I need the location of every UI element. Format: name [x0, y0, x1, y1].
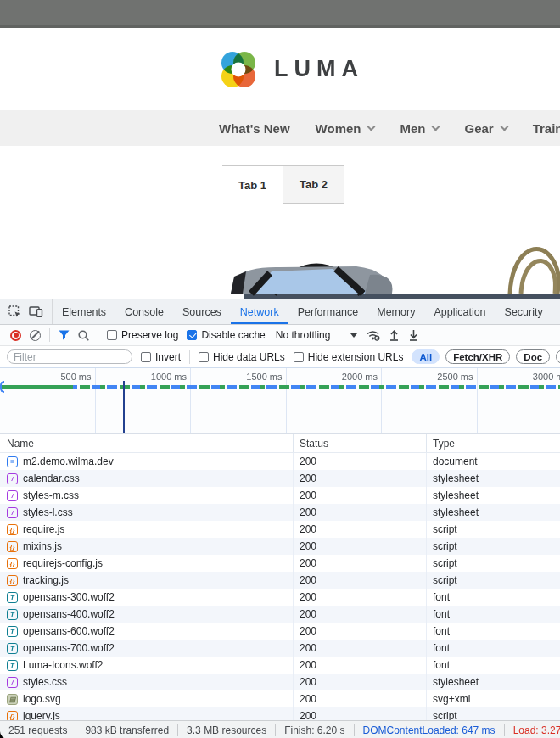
device-toolbar-button[interactable] [29, 306, 43, 317]
network-request-row[interactable]: / calendar.css 200 stylesheet [0, 470, 560, 487]
network-request-row[interactable]: T opensans-600.woff2 200 font [0, 623, 560, 640]
network-request-row[interactable]: {} requirejs-config.js 200 script [0, 555, 560, 572]
network-request-row[interactable]: / styles-m.css 200 stylesheet [0, 487, 560, 504]
hide-data-urls-checkbox[interactable] [199, 352, 209, 362]
column-header-type[interactable]: Type [426, 434, 560, 452]
script-icon: {} [7, 711, 18, 721]
nav-item-label: Men [400, 121, 425, 136]
column-header-status[interactable]: Status [293, 434, 426, 452]
font-icon: T [7, 609, 18, 620]
request-status: 200 [293, 487, 426, 504]
preserve-log-checkbox[interactable] [107, 330, 117, 340]
network-status-bar: 251 requests983 kB transferred3.3 MB res… [0, 720, 560, 738]
request-name: styles.css [23, 676, 67, 688]
record-button[interactable] [10, 330, 21, 341]
devtools-tab-elements[interactable]: Elements [53, 299, 115, 324]
export-har-button[interactable] [408, 329, 419, 341]
devtools-tab-security[interactable]: Security [496, 299, 552, 324]
devtools-tab-memory[interactable]: Memory [367, 299, 424, 324]
nav-item-women[interactable]: Women [316, 121, 375, 136]
request-status: 200 [293, 453, 426, 470]
filter-input[interactable] [7, 349, 132, 364]
luma-logo-icon [217, 48, 260, 91]
disable-cache-control[interactable]: Disable cache [187, 329, 265, 341]
invert-checkbox[interactable] [141, 352, 151, 362]
request-status: 200 [293, 538, 426, 555]
request-activity-strip-start [0, 385, 73, 389]
image-icon: ▤ [7, 694, 18, 705]
network-conditions-button[interactable] [366, 329, 380, 341]
network-request-row[interactable]: / styles.css 200 stylesheet [0, 674, 560, 690]
devtools-tab-console[interactable]: Console [115, 299, 173, 324]
devtools-tab-sources[interactable]: Sources [173, 299, 231, 324]
devtools-tab-application[interactable]: Application [424, 299, 495, 324]
network-request-row[interactable]: T Luma-Icons.woff2 200 font [0, 657, 560, 674]
network-toolbar: Preserve log Disable cache No throttling [0, 325, 560, 346]
timeline-ticks: 500 ms1000 ms1500 ms2000 ms2500 ms3000 m… [0, 368, 560, 433]
device-toolbar-icon [29, 306, 43, 317]
disable-cache-checkbox[interactable] [187, 330, 197, 340]
request-type: font [426, 623, 560, 640]
hide-extension-urls-checkbox[interactable] [294, 352, 304, 362]
request-name: logo.svg [23, 693, 61, 705]
import-har-button[interactable] [389, 329, 400, 341]
tote-bag-image[interactable] [510, 249, 558, 294]
type-filter-pill[interactable]: Fetch/XHR [445, 349, 510, 364]
nav-item-gear[interactable]: Gear [464, 121, 507, 136]
request-name: opensans-700.woff2 [23, 642, 115, 654]
network-request-row[interactable]: ▤ logo.svg 200 svg+xml [0, 690, 560, 707]
preserve-log-control[interactable]: Preserve log [107, 329, 178, 341]
network-request-row[interactable]: {} mixins.js 200 script [0, 538, 560, 555]
invert-control[interactable]: Invert [141, 351, 181, 363]
nav-item-training[interactable]: Training [533, 121, 560, 136]
duffel-bag-image[interactable] [231, 266, 392, 294]
devtools-tab-network[interactable]: Network [231, 299, 288, 324]
network-overview-timeline[interactable]: 500 ms1000 ms1500 ms2000 ms2500 ms3000 m… [0, 367, 560, 434]
font-icon: T [7, 643, 18, 654]
devtools-tab-performance[interactable]: Performance [288, 299, 368, 324]
request-status: 200 [293, 623, 426, 640]
nav-item-men[interactable]: Men [400, 121, 439, 136]
network-request-row[interactable]: / styles-l.css 200 stylesheet [0, 504, 560, 521]
throttling-select[interactable]: No throttling [276, 329, 358, 341]
request-type: svg+xml [426, 690, 560, 707]
browser-window: LUMA What's New Women Men Gear Training [0, 0, 560, 738]
type-filter-pill[interactable]: All [412, 349, 440, 364]
network-request-row[interactable]: ≡ m2.demo.wilma.dev 200 document [0, 453, 560, 470]
network-request-row[interactable]: T opensans-700.woff2 200 font [0, 640, 560, 657]
network-request-row[interactable]: {} jquery.js 200 script [0, 707, 560, 720]
nav-item-label: Gear [464, 121, 493, 136]
content-tab[interactable]: Tab 2 [283, 165, 344, 204]
font-icon: T [7, 592, 18, 603]
inspect-element-button[interactable] [8, 305, 21, 318]
network-request-row[interactable]: {} require.js 200 script [0, 521, 560, 538]
invert-label: Invert [155, 351, 181, 363]
search-button[interactable] [78, 330, 89, 341]
timeline-tick: 2000 ms [287, 368, 383, 433]
request-name: tracking.js [23, 574, 69, 586]
clear-button[interactable] [30, 330, 41, 341]
request-status: 200 [293, 640, 426, 657]
timeline-tick: 1000 ms [96, 368, 192, 433]
timeline-left-handle[interactable] [0, 381, 4, 393]
network-request-row[interactable]: T opensans-400.woff2 200 font [0, 606, 560, 623]
request-status: 200 [293, 674, 426, 690]
logo-text: LUMA [274, 56, 364, 82]
font-icon: T [7, 660, 18, 671]
network-request-row[interactable]: T opensans-300.woff2 200 font [0, 589, 560, 606]
hide-data-urls-control[interactable]: Hide data URLs [199, 351, 285, 363]
request-name: Luma-Icons.woff2 [23, 659, 104, 671]
type-filter-pill[interactable]: Doc [516, 349, 550, 364]
network-request-row[interactable]: {} tracking.js 200 script [0, 572, 560, 589]
request-status: 200 [293, 504, 426, 521]
column-header-name[interactable]: Name [0, 438, 293, 450]
page-content: Tab 1Tab 2 [0, 146, 560, 299]
hide-extension-urls-control[interactable]: Hide extension URLs [294, 351, 404, 363]
request-status: 200 [293, 657, 426, 674]
content-tab[interactable]: Tab 1 [222, 165, 283, 204]
nav-item-what-s-new[interactable]: What's New [219, 121, 290, 136]
type-filter-pill[interactable]: CSS [556, 349, 560, 364]
type-filter-pills: AllFetch/XHRDocCSS [412, 349, 560, 364]
luma-logo[interactable]: LUMA [217, 48, 364, 91]
filter-toggle-button[interactable] [59, 330, 70, 340]
